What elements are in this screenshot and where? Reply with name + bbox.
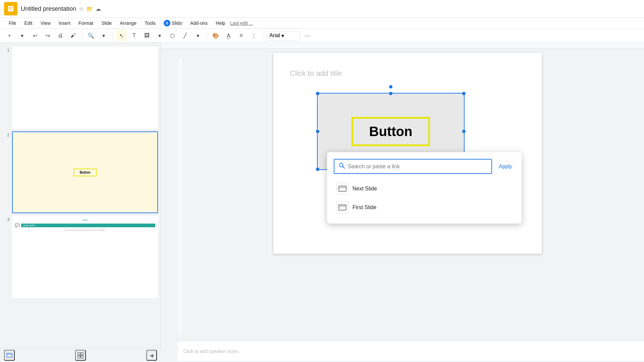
zoom-dropdown-button[interactable]: ▾	[98, 30, 109, 41]
divider-3	[207, 32, 207, 40]
slido-footer: Start presenting to display the poll res…	[15, 229, 155, 231]
shape-button[interactable]: ⬡	[167, 30, 178, 41]
search-icon	[338, 162, 345, 171]
divider-2	[112, 32, 113, 40]
main: 1 2 Button 3 slido 💬 great wo	[0, 43, 644, 361]
svg-rect-11	[339, 186, 346, 191]
link-search-input[interactable]	[348, 164, 487, 170]
add-dropdown-button[interactable]: ▾	[17, 30, 28, 41]
slide2-content: Button	[13, 132, 157, 213]
main-slide[interactable]: Click to add title Button	[273, 53, 542, 254]
image-button[interactable]: 🖼	[142, 30, 152, 41]
link-search-box	[334, 159, 492, 174]
next-slide-icon	[336, 183, 348, 195]
folder-icon[interactable]: 📁	[86, 6, 93, 12]
slide-item-1[interactable]: 1	[3, 47, 158, 129]
svg-rect-6	[81, 353, 83, 355]
select-button[interactable]: ↖	[116, 30, 127, 41]
chat-icon: 💬	[15, 223, 20, 228]
redo-button[interactable]: ↪	[42, 30, 53, 41]
title-area: Untitled presentation ☆ 📁 ☁	[21, 5, 101, 12]
svg-rect-3	[7, 353, 12, 357]
menu-slide[interactable]: Slide	[98, 19, 115, 27]
slide3-content: slido 💬 great work! Start presenting to …	[13, 217, 157, 297]
background-button[interactable]: 🎨	[210, 30, 221, 41]
menu-help[interactable]: Help	[212, 19, 229, 27]
collapse-panel-button[interactable]: ◀	[146, 350, 157, 361]
svg-line-10	[343, 167, 344, 168]
handle-tr[interactable]	[462, 92, 466, 95]
image-dropdown-button[interactable]: ▾	[154, 30, 165, 41]
slide-number-2: 2	[3, 131, 9, 137]
top-bar: Untitled presentation ☆ 📁 ☁	[0, 0, 644, 18]
link-option-next-slide[interactable]: Next Slide	[334, 179, 515, 198]
divider-4	[263, 32, 263, 40]
line-button[interactable]: ╱	[180, 30, 191, 41]
svg-rect-2	[9, 9, 11, 9]
menu-tools[interactable]: Tools	[141, 19, 159, 27]
svg-rect-1	[9, 7, 13, 8]
slido-label: Slido	[172, 20, 182, 26]
slido-title: slido	[15, 219, 155, 222]
slide-item-2[interactable]: 2 Button	[3, 131, 158, 214]
more-button[interactable]: ⋯	[302, 30, 313, 41]
menu-arrange[interactable]: Arrange	[116, 19, 140, 27]
zoom-button[interactable]: 🔍	[86, 30, 96, 41]
paint-format-button[interactable]: 🖌	[68, 30, 78, 41]
add-slide-button[interactable]: ＋	[4, 30, 15, 41]
svg-rect-8	[81, 356, 83, 358]
speaker-notes-placeholder: Click to add speaker notes	[183, 349, 238, 354]
link-option-first-slide[interactable]: First Slide	[334, 198, 515, 217]
handle-bl[interactable]	[316, 168, 319, 171]
slide-item-3[interactable]: 3 slido 💬 great work! Start presenting t…	[3, 216, 158, 298]
handle-tm[interactable]	[389, 92, 392, 95]
doc-title[interactable]: Untitled presentation	[21, 5, 76, 12]
distribute-button[interactable]: ⋮	[249, 30, 259, 41]
print-button[interactable]: 🖨	[55, 30, 66, 41]
star-icon[interactable]: ☆	[79, 6, 84, 12]
app-icon	[4, 2, 17, 15]
menu-file[interactable]: File	[5, 19, 20, 27]
canvas-area: Click to add title Button	[161, 43, 644, 361]
font-selector[interactable]: Arial ▾	[266, 31, 300, 41]
align-button[interactable]: ≡	[236, 30, 247, 41]
apply-button[interactable]: Apply	[496, 161, 515, 172]
menu-bar: File Edit View Insert Format Slide Arran…	[0, 18, 644, 29]
svg-rect-13	[339, 205, 346, 210]
handle-ml[interactable]	[316, 130, 319, 133]
menu-view[interactable]: View	[37, 19, 54, 27]
handle-tl[interactable]	[316, 92, 319, 95]
handle-mr[interactable]	[462, 130, 466, 133]
bottom-bar: ◀	[0, 348, 161, 361]
menu-edit[interactable]: Edit	[21, 19, 36, 27]
slide-canvas: Click to add title Button	[178, 53, 637, 334]
link-search-row: Apply	[334, 159, 515, 174]
svg-rect-5	[78, 353, 80, 355]
menu-slido[interactable]: S Slido	[160, 18, 185, 28]
slide-thumb-3[interactable]: slido 💬 great work! Start presenting to …	[12, 216, 158, 298]
border-color-button[interactable]: A̲	[223, 30, 234, 41]
speaker-notes[interactable]: Click to add speaker notes	[178, 341, 644, 361]
filmstrip-view-button[interactable]	[4, 350, 15, 361]
line-dropdown-button[interactable]: ▾	[193, 30, 203, 41]
slide-title-placeholder[interactable]: Click to add title	[287, 66, 528, 81]
first-slide-icon	[336, 201, 348, 214]
link-popup: Apply Next Slide	[327, 152, 522, 224]
grid-view-button[interactable]	[75, 350, 86, 361]
menu-format[interactable]: Format	[75, 19, 97, 27]
toolbar: ＋ ▾ ↩ ↪ 🖨 🖌 🔍 ▾ ↖ T 🖼 ▾ ⬡ ╱ ▾ 🎨 A̲ ≡ ⋮ A…	[0, 29, 644, 43]
slide-thumb-1[interactable]	[12, 47, 158, 129]
last-edit[interactable]: Last edit ...	[230, 20, 253, 26]
svg-rect-7	[78, 356, 80, 358]
slide-number-3: 3	[3, 216, 9, 222]
undo-button[interactable]: ↩	[30, 30, 40, 41]
slide-number-1: 1	[3, 47, 9, 53]
handle-rotate[interactable]	[389, 85, 392, 88]
menu-insert[interactable]: Insert	[55, 19, 74, 27]
textbox-button[interactable]: T	[129, 30, 140, 41]
next-slide-label: Next Slide	[353, 186, 377, 192]
slide-thumb-2[interactable]: Button	[12, 131, 158, 214]
cloud-icon[interactable]: ☁	[96, 6, 101, 12]
ruler-v	[178, 59, 184, 334]
menu-addons[interactable]: Add-ons	[187, 19, 211, 27]
